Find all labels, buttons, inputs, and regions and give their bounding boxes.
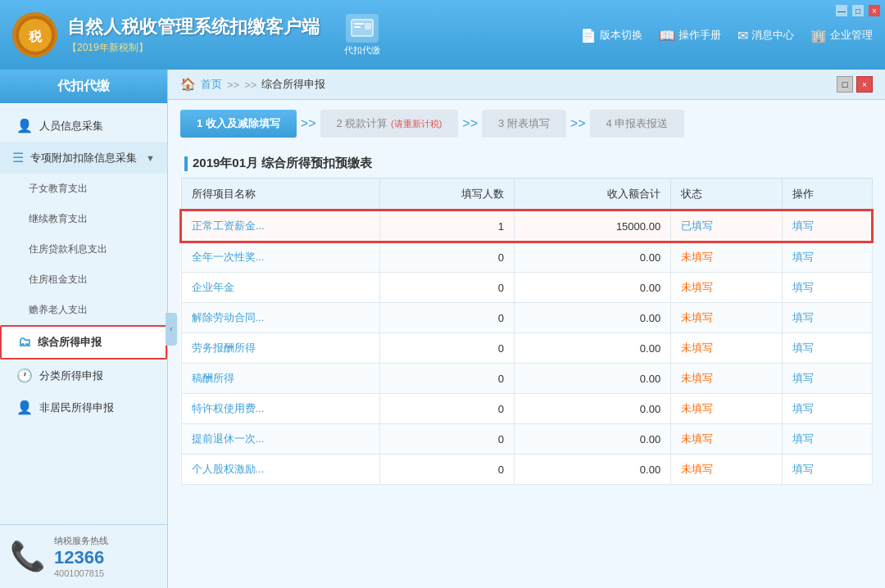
cell-action[interactable]: 填写 xyxy=(783,210,872,242)
person-icon: 👤 xyxy=(16,118,33,133)
cell-count: 0 xyxy=(380,273,515,303)
cell-status: 未填写 xyxy=(671,364,783,394)
table-row: 企业年金00.00未填写填写 xyxy=(181,273,872,303)
cell-action[interactable]: 填写 xyxy=(783,364,872,394)
table-row: 正常工资薪金...115000.00已填写填写 xyxy=(181,210,872,242)
content-close-button[interactable]: × xyxy=(856,76,873,93)
breadcrumb-sep1: >> xyxy=(227,79,239,91)
minimize-button[interactable]: — xyxy=(836,5,847,16)
cell-status: 未填写 xyxy=(671,424,783,455)
enterprise-label: 企业管理 xyxy=(830,28,873,43)
enterprise-btn[interactable]: 🏢 企业管理 xyxy=(810,27,873,43)
cell-name[interactable]: 全年一次性奖... xyxy=(181,242,380,273)
table-header-row: 所得项目名称 填写人数 收入额合计 状态 操作 xyxy=(181,179,872,211)
manual-label: 操作手册 xyxy=(678,28,721,43)
cell-action[interactable]: 填写 xyxy=(783,333,872,364)
cell-action[interactable]: 填写 xyxy=(783,455,872,485)
cell-name[interactable]: 提前退休一次... xyxy=(181,424,380,455)
cell-amount: 0.00 xyxy=(514,364,670,394)
step-arrow-1: >> xyxy=(301,116,316,131)
cell-name[interactable]: 正常工资薪金... xyxy=(181,210,380,242)
step1-button[interactable]: 1 收入及减除填写 xyxy=(180,110,297,138)
special-submenu: 子女教育支出 继续教育支出 住房贷款利息支出 住房租金支出 赡养老人支出 xyxy=(0,174,167,325)
sidebar-item-comprehensive[interactable]: 🗂 综合所得申报 xyxy=(0,325,167,360)
dakou-label: 代扣代缴 xyxy=(344,44,380,57)
app-logo: 税 xyxy=(12,12,57,57)
content-header: 🏠 首页 >> >> 综合所得申报 □ × xyxy=(168,70,885,100)
step3-button[interactable]: 3 附表填写 xyxy=(482,110,566,138)
cell-status: 已填写 xyxy=(671,210,783,242)
cell-count: 0 xyxy=(380,364,515,394)
cell-name[interactable]: 特许权使用费... xyxy=(181,394,380,424)
housing-loan-label: 住房贷款利息支出 xyxy=(29,242,107,256)
svg-rect-5 xyxy=(354,26,361,28)
table-row: 特许权使用费...00.00未填写填写 xyxy=(181,394,872,424)
cell-amount: 0.00 xyxy=(514,424,670,455)
close-button[interactable]: × xyxy=(869,5,880,16)
sidebar-item-housing-rent[interactable]: 住房租金支出 xyxy=(0,265,167,295)
version-icon: 📄 xyxy=(580,27,597,43)
step3-label: 3 附表填写 xyxy=(498,117,550,129)
cell-amount: 0.00 xyxy=(514,455,670,485)
sidebar-collapse-button[interactable]: ‹ xyxy=(166,313,177,346)
cell-name[interactable]: 劳务报酬所得 xyxy=(181,333,380,364)
income-table: 所得项目名称 填写人数 收入额合计 状态 操作 正常工资薪金...115000.… xyxy=(180,178,873,485)
step-arrow-2: >> xyxy=(462,116,478,131)
special-icon: ☰ xyxy=(12,150,24,165)
collapse-icon: ‹ xyxy=(170,324,172,333)
step-arrow-3: >> xyxy=(570,116,586,131)
svg-rect-6 xyxy=(365,23,371,29)
svg-text:税: 税 xyxy=(28,29,43,43)
elderly-label: 赡养老人支出 xyxy=(29,303,88,317)
cell-action[interactable]: 填写 xyxy=(783,242,872,273)
cell-action[interactable]: 填写 xyxy=(783,394,872,424)
cell-amount: 15000.00 xyxy=(514,210,670,242)
hotline-number: 12366 xyxy=(54,547,108,568)
home-icon: 🏠 xyxy=(180,77,196,92)
message-label: 消息中心 xyxy=(751,28,794,43)
sidebar-item-personnel[interactable]: 👤 人员信息采集 xyxy=(0,110,167,142)
maximize-button[interactable]: □ xyxy=(852,5,864,16)
content-area: 🏠 首页 >> >> 综合所得申报 □ × 1 收入及减除填写 >> 2 税款计… xyxy=(168,70,885,588)
cell-action[interactable]: 填写 xyxy=(783,273,872,303)
table-title-text: 2019年01月 综合所得预扣预缴表 xyxy=(193,156,372,171)
hotline-label: 纳税服务热线 xyxy=(54,535,108,547)
sidebar-item-category[interactable]: 🕐 分类所得申报 xyxy=(0,360,167,391)
sidebar-item-cont-edu[interactable]: 继续教育支出 xyxy=(0,204,167,234)
cell-action[interactable]: 填写 xyxy=(783,424,872,455)
table-container: 2019年01月 综合所得预扣预缴表 所得项目名称 填写人数 收入额合计 状态 … xyxy=(168,147,885,588)
sidebar-item-housing-loan[interactable]: 住房贷款利息支出 xyxy=(0,234,167,265)
cell-amount: 0.00 xyxy=(514,394,670,424)
cell-action[interactable]: 填写 xyxy=(783,303,872,333)
content-maximize-button[interactable]: □ xyxy=(837,76,853,93)
sidebar-item-special[interactable]: ☰ 专项附加扣除信息采集 ▼ xyxy=(0,142,167,174)
step2-button[interactable]: 2 税款计算 (请重新计税) xyxy=(320,110,459,138)
manual-btn[interactable]: 📖 操作手册 xyxy=(659,27,721,43)
cell-status: 未填写 xyxy=(671,303,783,333)
step2-note: (请重新计税) xyxy=(391,119,442,129)
step4-button[interactable]: 4 申报表报送 xyxy=(590,110,685,138)
comprehensive-label: 综合所得申报 xyxy=(38,335,102,350)
cell-count: 0 xyxy=(380,424,515,455)
sidebar-item-nonresident[interactable]: 👤 非居民所得申报 xyxy=(0,391,167,423)
message-icon: ✉ xyxy=(738,27,748,43)
cell-name[interactable]: 解除劳动合同... xyxy=(181,303,380,333)
enterprise-icon: 🏢 xyxy=(810,27,827,43)
cell-name[interactable]: 个人股权激励... xyxy=(181,455,380,485)
cell-amount: 0.00 xyxy=(514,242,670,273)
window-controls: — □ × xyxy=(836,5,880,16)
content-window-controls: □ × xyxy=(837,76,873,93)
cell-amount: 0.00 xyxy=(514,273,670,303)
sidebar-item-elderly[interactable]: 赡养老人支出 xyxy=(0,295,167,325)
table-title: 2019年01月 综合所得预扣预缴表 xyxy=(180,147,873,178)
title-bar-accent xyxy=(184,156,188,171)
table-row: 个人股权激励...00.00未填写填写 xyxy=(181,455,872,485)
cell-status: 未填写 xyxy=(671,273,783,303)
sidebar-item-child-edu[interactable]: 子女教育支出 xyxy=(0,174,167,204)
col-count: 填写人数 xyxy=(380,179,515,211)
cell-name[interactable]: 稿酬所得 xyxy=(181,364,380,394)
cell-name[interactable]: 企业年金 xyxy=(181,273,380,303)
version-switch[interactable]: 📄 版本切换 xyxy=(580,27,642,43)
message-btn[interactable]: ✉ 消息中心 xyxy=(738,27,794,43)
breadcrumb-home[interactable]: 首页 xyxy=(201,77,222,92)
